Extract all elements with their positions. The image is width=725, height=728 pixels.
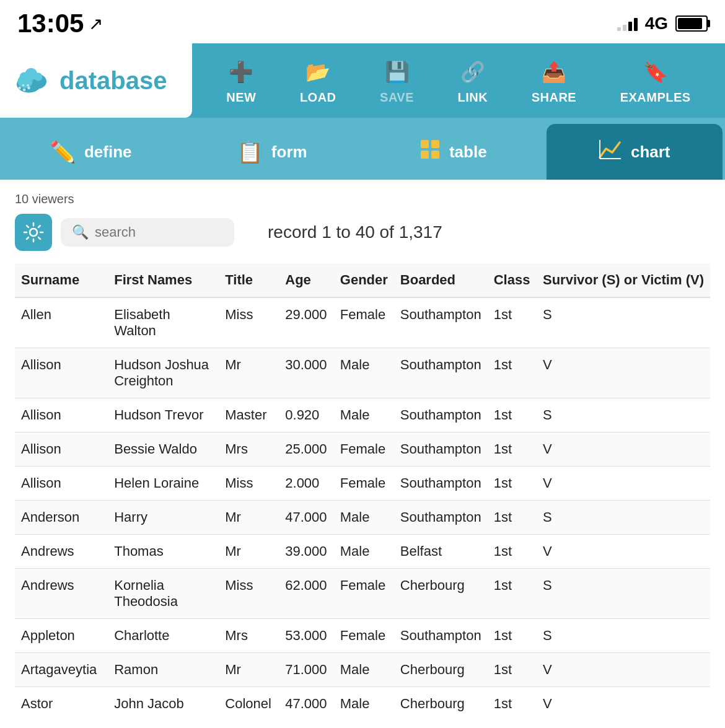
data-table: Surname First Names Title Age Gender Boa… <box>15 263 710 721</box>
nav-examples[interactable]: 🔖 EXAMPLES <box>620 57 691 105</box>
top-nav: database ➕ NEW 📂 LOAD 💾 SAVE 🔗 LINK 📤 SH… <box>0 43 725 118</box>
tab-table[interactable]: table <box>365 124 542 180</box>
cell-title: Mr <box>219 501 279 535</box>
table-row[interactable]: Andrews Kornelia Theodosia Miss 62.000 F… <box>15 569 710 619</box>
cell-class: 1st <box>488 619 537 653</box>
cell-age: 0.920 <box>279 398 334 432</box>
table-row[interactable]: Allison Hudson Joshua Creighton Mr 30.00… <box>15 348 710 398</box>
cell-survivor: S <box>537 398 710 432</box>
cell-title: Mr <box>219 348 279 398</box>
cell-boarded: Southampton <box>394 297 488 348</box>
cell-boarded: Cherbourg <box>394 653 488 687</box>
search-icon: 🔍 <box>72 224 89 240</box>
col-header-firstname: First Names <box>108 263 219 297</box>
svg-point-10 <box>27 84 29 87</box>
search-input[interactable] <box>95 224 219 240</box>
table-row[interactable]: Anderson Harry Mr 47.000 Male Southampto… <box>15 501 710 535</box>
table-row[interactable]: Allison Hudson Trevor Master 0.920 Male … <box>15 398 710 432</box>
cell-surname: Anderson <box>15 501 108 535</box>
content-area: 10 viewers 🔍 record 1 to 40 of 1,317 Sur… <box>0 180 725 728</box>
cell-survivor: V <box>537 535 710 569</box>
nav-load[interactable]: 📂 LOAD <box>300 57 336 105</box>
signal-bar-3 <box>628 22 632 31</box>
cell-age: 47.000 <box>279 501 334 535</box>
cell-class: 1st <box>488 535 537 569</box>
gear-icon <box>23 222 44 243</box>
col-header-surname: Surname <box>15 263 108 297</box>
share-icon: 📤 <box>539 57 569 87</box>
tab-define[interactable]: ✏️ define <box>2 124 179 180</box>
table-body: Allen Elisabeth Walton Miss 29.000 Femal… <box>15 297 710 721</box>
col-header-boarded: Boarded <box>394 263 488 297</box>
cell-survivor: V <box>537 348 710 398</box>
table-icon <box>420 139 441 165</box>
cell-boarded: Southampton <box>394 398 488 432</box>
cell-surname: Artagaveytia <box>15 653 108 687</box>
cell-title: Miss <box>219 467 279 501</box>
cell-age: 62.000 <box>279 569 334 619</box>
cell-class: 1st <box>488 653 537 687</box>
cell-firstname: Hudson Trevor <box>108 398 219 432</box>
cell-boarded: Belfast <box>394 535 488 569</box>
table-row[interactable]: Astor John Jacob Colonel 47.000 Male Che… <box>15 687 710 721</box>
cell-class: 1st <box>488 398 537 432</box>
new-label: NEW <box>226 90 256 105</box>
cell-firstname: Charlotte <box>108 619 219 653</box>
cell-firstname: Harry <box>108 501 219 535</box>
logo-cloud-icon <box>15 67 52 94</box>
cell-surname: Andrews <box>15 569 108 619</box>
signal-strength <box>617 16 638 31</box>
save-label: SAVE <box>380 90 414 105</box>
form-icon: 📋 <box>237 139 263 164</box>
search-box[interactable]: 🔍 <box>61 218 234 247</box>
col-header-age: Age <box>279 263 334 297</box>
cell-gender: Male <box>334 535 394 569</box>
cell-firstname: Elisabeth Walton <box>108 297 219 348</box>
table-row[interactable]: Allison Helen Loraine Miss 2.000 Female … <box>15 467 710 501</box>
cell-boarded: Southampton <box>394 348 488 398</box>
cell-age: 25.000 <box>279 432 334 467</box>
nav-new[interactable]: ➕ NEW <box>226 57 256 105</box>
nav-save[interactable]: 💾 SAVE <box>380 57 414 105</box>
svg-point-6 <box>18 87 21 90</box>
tab-form[interactable]: 📋 form <box>184 124 361 180</box>
cell-surname: Allison <box>15 432 108 467</box>
cell-class: 1st <box>488 348 537 398</box>
cell-title: Colonel <box>219 687 279 721</box>
cell-class: 1st <box>488 501 537 535</box>
tab-bar: ✏️ define 📋 form table chart <box>0 118 725 180</box>
cell-survivor: V <box>537 467 710 501</box>
filter-button[interactable] <box>15 214 52 251</box>
tab-chart[interactable]: chart <box>547 124 723 180</box>
network-type: 4G <box>645 14 668 33</box>
cell-boarded: Southampton <box>394 467 488 501</box>
nav-share[interactable]: 📤 SHARE <box>532 57 577 105</box>
cell-class: 1st <box>488 569 537 619</box>
svg-point-8 <box>27 87 30 90</box>
nav-actions: ➕ NEW 📂 LOAD 💾 SAVE 🔗 LINK 📤 SHARE 🔖 EXA… <box>192 43 725 118</box>
time-display: 13:05 <box>17 9 84 38</box>
table-row[interactable]: Andrews Thomas Mr 39.000 Male Belfast 1s… <box>15 535 710 569</box>
cell-class: 1st <box>488 467 537 501</box>
cell-boarded: Cherbourg <box>394 569 488 619</box>
table-row[interactable]: Appleton Charlotte Mrs 53.000 Female Sou… <box>15 619 710 653</box>
table-row[interactable]: Allen Elisabeth Walton Miss 29.000 Femal… <box>15 297 710 348</box>
table-row[interactable]: Artagaveytia Ramon Mr 71.000 Male Cherbo… <box>15 653 710 687</box>
table-row[interactable]: Allison Bessie Waldo Mrs 25.000 Female S… <box>15 432 710 467</box>
cell-title: Mrs <box>219 432 279 467</box>
cell-gender: Male <box>334 348 394 398</box>
signal-bar-2 <box>623 25 626 31</box>
cell-age: 30.000 <box>279 348 334 398</box>
tab-chart-label: chart <box>631 143 670 162</box>
cell-title: Mrs <box>219 619 279 653</box>
table-header: Surname First Names Title Age Gender Boa… <box>15 263 710 297</box>
logo-area: database <box>0 43 192 118</box>
cell-boarded: Southampton <box>394 619 488 653</box>
cell-age: 47.000 <box>279 687 334 721</box>
cell-surname: Appleton <box>15 619 108 653</box>
cell-firstname: Kornelia Theodosia <box>108 569 219 619</box>
nav-link[interactable]: 🔗 LINK <box>458 57 488 105</box>
load-icon: 📂 <box>303 57 333 87</box>
cell-class: 1st <box>488 297 537 348</box>
cell-survivor: V <box>537 653 710 687</box>
